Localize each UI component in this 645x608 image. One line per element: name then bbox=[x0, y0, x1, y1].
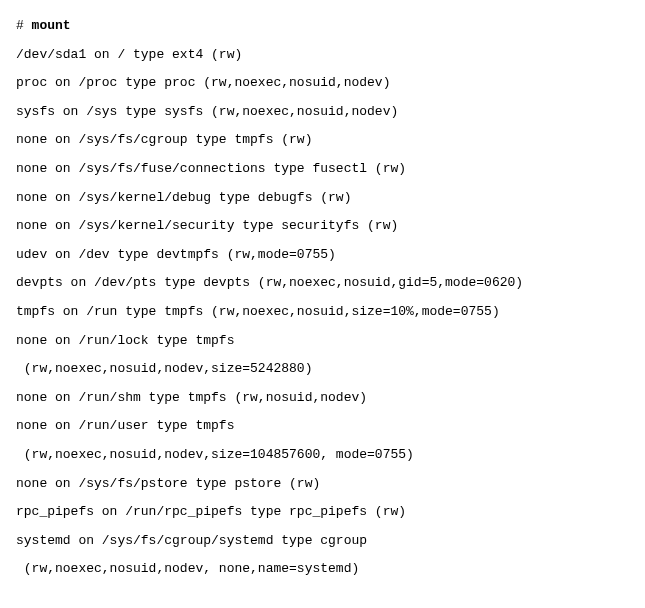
output-line: none on /sys/kernel/debug type debugfs (… bbox=[16, 184, 629, 213]
output-line: none on /sys/fs/fuse/connections type fu… bbox=[16, 155, 629, 184]
output-line: proc on /proc type proc (rw,noexec,nosui… bbox=[16, 69, 629, 98]
output-line: tmpfs on /run type tmpfs (rw,noexec,nosu… bbox=[16, 298, 629, 327]
prompt-command: mount bbox=[32, 18, 71, 33]
command-line: # mount bbox=[16, 12, 629, 41]
output-line: (rw,noexec,nosuid,nodev, none,name=syste… bbox=[16, 555, 629, 584]
output-line: none on /sys/fs/pstore type pstore (rw) bbox=[16, 470, 629, 499]
output-line: none on /sys/fs/cgroup type tmpfs (rw) bbox=[16, 126, 629, 155]
output-line: systemd on /sys/fs/cgroup/systemd type c… bbox=[16, 527, 629, 556]
output-line: none on /sys/kernel/security type securi… bbox=[16, 212, 629, 241]
output-line: none on /run/lock type tmpfs bbox=[16, 327, 629, 356]
output-line: udev on /dev type devtmpfs (rw,mode=0755… bbox=[16, 241, 629, 270]
output-line: (rw,noexec,nosuid,nodev,size=104857600, … bbox=[16, 441, 629, 470]
terminal-output: # mount/dev/sda1 on / type ext4 (rw)proc… bbox=[16, 12, 629, 584]
output-line: none on /run/user type tmpfs bbox=[16, 412, 629, 441]
output-line: (rw,noexec,nosuid,nodev,size=5242880) bbox=[16, 355, 629, 384]
output-line: devpts on /dev/pts type devpts (rw,noexe… bbox=[16, 269, 629, 298]
output-line: none on /run/shm type tmpfs (rw,nosuid,n… bbox=[16, 384, 629, 413]
output-line: rpc_pipefs on /run/rpc_pipefs type rpc_p… bbox=[16, 498, 629, 527]
output-line: /dev/sda1 on / type ext4 (rw) bbox=[16, 41, 629, 70]
prompt-prefix: # bbox=[16, 18, 32, 33]
output-line: sysfs on /sys type sysfs (rw,noexec,nosu… bbox=[16, 98, 629, 127]
